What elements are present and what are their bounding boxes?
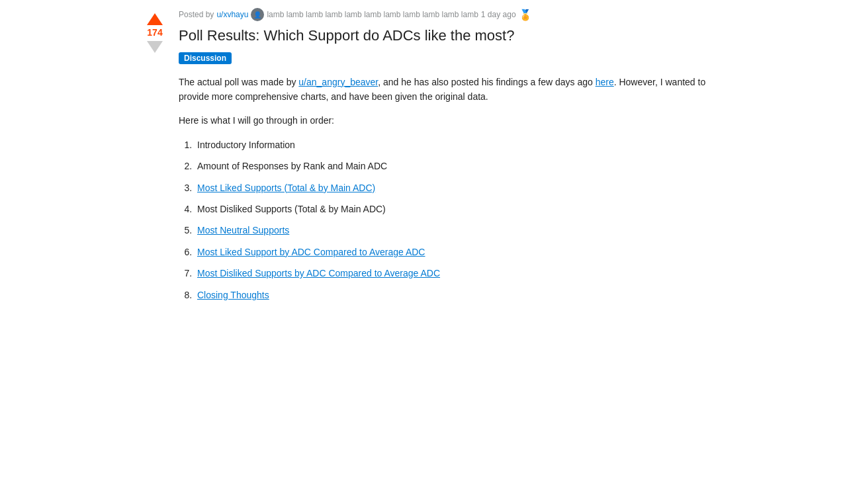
- posted-by-label: Posted by: [179, 10, 214, 19]
- body-paragraph-2: Here is what I will go through in order:: [179, 113, 708, 128]
- list-item: Most Disliked Supports (Total & by Main …: [195, 202, 708, 216]
- list-item: Introductory Information: [195, 138, 708, 152]
- list-item: Closing Thoughts: [195, 288, 708, 302]
- list-item-link-7[interactable]: Most Disliked Supports by ADC Compared t…: [197, 268, 440, 278]
- post-title: Poll Results: Which Support do ADCs like…: [179, 26, 708, 46]
- list-item-link-6[interactable]: Most Liked Support by ADC Compared to Av…: [197, 247, 425, 257]
- list-item: Most Disliked Supports by ADC Compared t…: [195, 266, 708, 280]
- downvote-button[interactable]: [147, 41, 163, 53]
- flair-text: lamb lamb lamb lamb lamb lamb lamb lamb …: [267, 10, 478, 19]
- list-item-link-3[interactable]: Most Liked Supports (Total & by Main ADC…: [197, 183, 375, 193]
- user-avatar: 👤: [251, 8, 264, 21]
- vote-count: 174: [147, 26, 162, 40]
- list-item-text-2: Amount of Responses by Rank and Main ADC: [197, 161, 387, 171]
- flair-badge-container: Discussion: [179, 52, 708, 75]
- list-item: Most Liked Support by ADC Compared to Av…: [195, 245, 708, 259]
- angry-beaver-link[interactable]: u/an_angry_beaver: [298, 77, 378, 87]
- list-item-link-8[interactable]: Closing Thoughts: [197, 290, 269, 300]
- flair-badge[interactable]: Discussion: [179, 52, 232, 64]
- list-item: Most Liked Supports (Total & by Main ADC…: [195, 181, 708, 195]
- list-item: Amount of Responses by Rank and Main ADC: [195, 159, 708, 173]
- body-paragraph-1: The actual poll was made by u/an_angry_b…: [179, 75, 708, 105]
- vote-column: 174: [139, 8, 171, 309]
- post-meta: Posted by u/xvhayu 👤 lamb lamb lamb lamb…: [179, 8, 708, 21]
- body-p1-before-link: The actual poll was made by: [179, 77, 298, 87]
- username-link[interactable]: u/xvhayu: [216, 10, 248, 19]
- list-item-text-1: Introductory Information: [197, 140, 295, 150]
- body-p1-after-link1: , and he has also posted his findings a …: [378, 77, 595, 87]
- list-item-link-5[interactable]: Most Neutral Supports: [197, 225, 289, 235]
- time-ago: 1 day ago: [481, 10, 516, 19]
- list-item: Most Neutral Supports: [195, 223, 708, 237]
- outline-list: Introductory InformationAmount of Respon…: [195, 138, 708, 302]
- here-link[interactable]: here: [596, 77, 614, 87]
- post-content: Posted by u/xvhayu 👤 lamb lamb lamb lamb…: [171, 8, 708, 309]
- post-body: The actual poll was made by u/an_angry_b…: [179, 75, 708, 302]
- upvote-button[interactable]: [147, 13, 163, 25]
- post-container: 174 Posted by u/xvhayu 👤 lamb lamb lamb …: [126, 0, 721, 317]
- award-icon: 🏅: [519, 9, 532, 21]
- list-item-text-4: Most Disliked Supports (Total & by Main …: [197, 204, 386, 214]
